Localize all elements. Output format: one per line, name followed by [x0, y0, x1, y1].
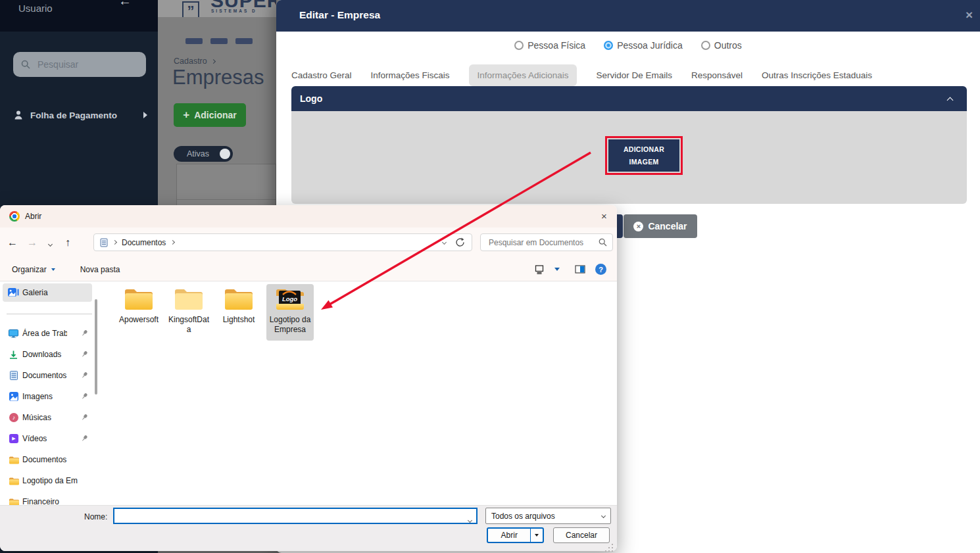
cancel-button[interactable]: × Cancelar	[624, 214, 697, 238]
pin-icon	[82, 372, 88, 379]
address-bar[interactable]: Documentos	[93, 233, 472, 251]
sidebar-item-documentos[interactable]: Documentos	[3, 366, 92, 385]
modal-header: Editar - Empresa ×	[276, 0, 980, 32]
tab-servidor-de-emails[interactable]: Servidor De Emails	[596, 70, 672, 80]
table-action-chip[interactable]	[210, 38, 228, 44]
sidebar-item-folha-de-pagamento[interactable]: Folha de Pagamento	[13, 105, 147, 125]
open-dropdown-icon[interactable]	[531, 534, 543, 537]
dialog-footer: Nome: Todos os arquivos Abrir Cancelar	[0, 505, 617, 551]
filetype-select[interactable]: Todos os arquivos	[485, 508, 611, 524]
breadcrumb-documentos[interactable]: Documentos	[122, 238, 166, 247]
up-icon[interactable]: ↑	[58, 237, 78, 249]
sidebar-item-financeiro[interactable]: Financeiro	[3, 493, 92, 505]
logo-section-body: ADICIONAR IMAGEM	[291, 111, 967, 204]
sidebar-item-documentos-folder[interactable]: Documentos	[3, 450, 92, 469]
pin-icon	[82, 435, 88, 443]
sidebar-item-logotipo-da-empresa[interactable]: Logotipo da Em	[3, 471, 92, 490]
video-icon: ▶	[9, 434, 18, 443]
filename-input[interactable]	[113, 508, 478, 524]
search-icon	[21, 60, 30, 69]
close-icon[interactable]: ×	[966, 8, 973, 22]
tab-informacoes-adicionais[interactable]: Informações Adicionais	[469, 64, 577, 86]
radio-icon	[701, 41, 710, 50]
chevron-right-icon	[112, 240, 117, 245]
folder-logotipo-da-empresa[interactable]: Logo Logotipo da Empresa	[266, 284, 314, 341]
folder-lightshot[interactable]: Lightshot	[215, 284, 262, 325]
cancel-button[interactable]: Cancelar	[553, 527, 610, 543]
radio-pessoa-fisica[interactable]: Pessoa Física	[514, 40, 585, 51]
breadcrumb[interactable]: Cadastro	[174, 57, 215, 66]
radio-outros[interactable]: Outros	[701, 40, 742, 51]
folder-kingsoftdata[interactable]: KingsoftData	[165, 284, 212, 335]
view-options-icon[interactable]	[535, 265, 545, 274]
dialog-titlebar[interactable]: Abrir ×	[0, 205, 617, 228]
radio-selected-icon	[604, 41, 613, 50]
user-label: Usuario	[18, 3, 53, 14]
help-icon[interactable]: ?	[595, 264, 606, 275]
dialog-title: Abrir	[25, 212, 41, 221]
back-icon[interactable]: ←	[3, 237, 22, 249]
tab-responsavel[interactable]: Responsável	[691, 70, 743, 80]
tab-cadastro-geral[interactable]: Cadastro Geral	[291, 70, 352, 80]
radio-pessoa-juridica[interactable]: Pessoa Jurídica	[604, 40, 683, 51]
toggle-knob	[220, 149, 230, 159]
resize-grip[interactable]	[605, 544, 613, 552]
page-title: Empresas	[172, 66, 264, 89]
add-image-button[interactable]: ADICIONAR IMAGEM	[608, 139, 679, 172]
table-action-chip[interactable]	[235, 38, 253, 44]
address-dropdown-icon[interactable]	[442, 240, 447, 245]
sidebar-item-downloads[interactable]: Downloads	[3, 345, 92, 364]
active-filter-toggle[interactable]: Ativas	[174, 146, 233, 162]
sidebar-item-area-de-trabalho[interactable]: Área de Trab	[3, 324, 92, 343]
sidebar-item-galeria[interactable]: Galeria	[3, 283, 92, 302]
sidebar-item-videos[interactable]: ▶ Vídeos	[3, 429, 92, 448]
sidebar-item-musicas[interactable]: ♪ Músicas	[3, 408, 92, 427]
logo-section-header[interactable]: Logo	[291, 86, 967, 111]
file-list: Apowersoft KingsoftData Lightshot Logo L…	[100, 282, 617, 505]
filename-label: Nome:	[84, 512, 107, 521]
recent-locations-icon[interactable]	[42, 237, 58, 249]
chevron-down-icon	[601, 514, 606, 518]
forward-icon[interactable]: →	[22, 237, 42, 249]
dialog-search[interactable]	[480, 233, 613, 251]
folder-icon	[9, 498, 19, 505]
folder-logo-icon: Logo	[274, 287, 306, 312]
pin-icon	[82, 414, 88, 421]
folder-icon	[9, 456, 19, 464]
folder-apowersoft[interactable]: Apowersoft	[115, 284, 162, 325]
preview-pane-icon[interactable]	[575, 265, 585, 274]
refresh-icon[interactable]	[455, 237, 465, 247]
pin-icon	[82, 329, 88, 337]
chevron-right-icon	[211, 59, 216, 63]
close-icon[interactable]: ×	[601, 210, 607, 222]
folder-icon	[173, 287, 205, 312]
open-button[interactable]: Abrir	[487, 527, 544, 543]
folder-icon	[223, 287, 255, 312]
sidebar-search-input[interactable]	[36, 59, 128, 70]
svg-text:Logo: Logo	[282, 295, 297, 302]
gallery-icon	[8, 288, 19, 297]
chevron-down-icon	[51, 268, 55, 271]
app-topbar: ” SUPER SISTEMAS D	[158, 0, 276, 17]
image-icon	[9, 392, 18, 401]
sidebar-scrollbar[interactable]	[95, 299, 97, 395]
dialog-search-input[interactable]	[487, 237, 593, 248]
sidebar-search[interactable]	[13, 52, 146, 77]
add-company-button[interactable]: + Adicionar	[174, 103, 246, 127]
chevron-up-icon	[947, 97, 954, 103]
tab-informacoes-fiscais[interactable]: Informações Fiscais	[371, 70, 450, 80]
chevron-right-icon	[170, 240, 175, 245]
chevron-down-icon[interactable]	[554, 268, 560, 271]
collapse-sidebar-icon[interactable]: ←	[118, 0, 132, 9]
radio-icon	[514, 41, 524, 50]
filename-dropdown-icon[interactable]	[468, 513, 472, 525]
modal-tabs: Cadastro Geral Informações Fiscais Infor…	[291, 64, 872, 86]
table-action-chip[interactable]	[185, 38, 203, 44]
organize-button[interactable]: Organizar	[12, 265, 55, 274]
folder-icon	[9, 477, 19, 485]
tab-outras-inscricoes[interactable]: Outras Inscrições Estaduais	[762, 70, 872, 80]
new-folder-button[interactable]: Nova pasta	[80, 265, 120, 274]
document-icon	[100, 238, 108, 247]
sidebar-item-imagens[interactable]: Imagens	[3, 387, 92, 406]
document-icon	[10, 371, 18, 380]
